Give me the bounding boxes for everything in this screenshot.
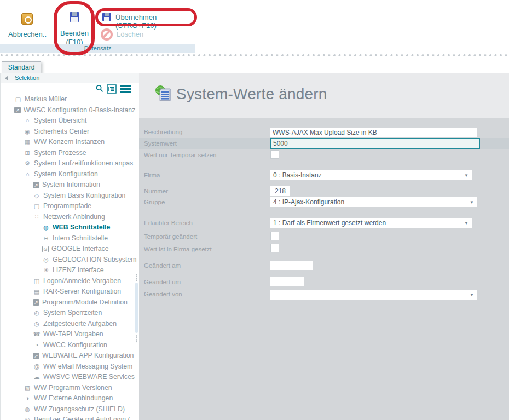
delete-icon [101, 28, 113, 41]
server-icon: ▤ [33, 288, 41, 295]
tree-item[interactable]: ☁ WWSVC WEBWARE Services [1, 372, 139, 383]
systemwert-label: Systemwert [144, 140, 177, 147]
tree-item[interactable]: ◔ WWCC Konfiguration [1, 340, 139, 351]
scheduled-tasks-icon: ◷ [33, 320, 41, 327]
shield-icon: ◇ [33, 192, 41, 199]
tree-item[interactable]: G GOOGLE Interface [1, 244, 139, 255]
clock-icon: ◴ [33, 309, 41, 317]
beenden-button-label[interactable]: Beenden [55, 29, 94, 37]
system-info-icon: ↗ [33, 182, 39, 188]
erlaubter-bereich-label: Erlaubter Bereich [144, 220, 193, 226]
collapse-panel-icon[interactable] [5, 76, 8, 81]
modules-icon: ↗ [33, 299, 39, 306]
geaendert-um-input[interactable] [270, 277, 304, 286]
tree-item[interactable]: ◍ WEB Schnittstelle [1, 222, 139, 233]
splitter-grip-icon [136, 335, 137, 343]
firma-dropdown[interactable]: 0 : Basis-Instanz ▼ [270, 170, 472, 180]
selektion-header[interactable]: Selektion [1, 73, 139, 83]
search-icon[interactable] [95, 84, 104, 93]
geaendert-am-label: Geändert am [144, 262, 181, 269]
geaendert-von-dropdown[interactable]: ▼ [270, 290, 477, 300]
wert-temporaer-checkbox[interactable] [270, 150, 279, 159]
tab-standard[interactable]: Standard [2, 61, 41, 73]
tree-item[interactable]: ▢ Markus Müller [1, 94, 139, 105]
firma-label: Firma [144, 172, 160, 179]
cloud-icon: ☁ [33, 373, 41, 381]
security-center-icon: ◉ [24, 128, 31, 135]
folder-icon: ▢ [33, 203, 41, 210]
tree-item[interactable]: ◎ GEOLOCATION Subsystem [1, 255, 139, 266]
geaendert-von-label: Geändert von [144, 291, 182, 297]
tree-item[interactable]: ◉ Sicherheits Center [1, 126, 139, 137]
tree-item[interactable]: ⚙ System Laufzeitfunktionen anpas [1, 158, 139, 169]
internal-interface-icon: ⊟ [42, 235, 50, 242]
search-icon: ○ [24, 117, 31, 124]
geaendert-am-input[interactable] [270, 261, 313, 270]
tree-item[interactable]: ↗ System Information [1, 180, 139, 191]
system-values-icon [155, 85, 173, 102]
wwcc-icon: ◔ [33, 342, 41, 349]
beschreibung-input[interactable] [270, 128, 477, 137]
gruppe-dropdown[interactable]: 4 : IP-Ajax-Konfiguration ▼ [270, 197, 477, 207]
tree-item[interactable]: ▤ RAR-Server Konfiguration [1, 286, 139, 297]
tree-item[interactable]: ↗ WWSC Konfiguration 0-Basis-Instanz [1, 105, 139, 116]
temporaer-geaendert-label: Temporär geändert [144, 233, 197, 240]
gruppe-dropdown-value: 4 : IP-Ajax-Konfiguration [273, 198, 344, 206]
tree-item[interactable]: @ WW eMail Messaging System [1, 361, 139, 372]
temporaer-geaendert-checkbox[interactable] [270, 232, 279, 240]
abbrechen-button-label[interactable]: Abbrechen.. [4, 30, 50, 38]
panel-splitter[interactable] [135, 73, 138, 420]
splitter-track [135, 283, 138, 333]
tree-item[interactable]: ◑ WW Externe Anbindungen [1, 393, 139, 404]
page-title: System-Werte ändern [176, 85, 327, 103]
selektion-header-label: Selektion [15, 74, 39, 81]
menu-icon[interactable] [120, 85, 131, 93]
save-icon [70, 12, 79, 22]
sidebar-toolbar [1, 83, 139, 94]
wert-temporaer-label: Wert nur Temporär setzen [144, 152, 217, 158]
tree-item[interactable]: ◇ System Basis Konfiguration [1, 191, 139, 202]
tree: ▢ Markus Müller ↗ WWSC Konfiguration 0-B… [1, 94, 139, 420]
tree-item[interactable]: ✳ LIZENZ Interface [1, 265, 139, 276]
toolbar: Abbrechen.. Beenden (F10) Übernehmen (ST… [0, 0, 195, 53]
network-icon: ∷ [33, 214, 41, 221]
toolbar-group-label: Datensatz [0, 44, 195, 53]
geaendert-um-label: Geändert um [144, 279, 181, 285]
konzern-instances-icon: ▦ [24, 139, 31, 146]
cancel-icon [21, 13, 33, 25]
folder-icon: ▢ [14, 96, 22, 103]
tree-item[interactable]: ⌂ System Konfiguration [1, 169, 139, 180]
tree-item[interactable]: ↗ WEBWARE APP Konfiguration [1, 350, 139, 361]
wert-in-firma-checkbox[interactable] [270, 244, 279, 252]
tree-item[interactable]: ☎ WW-TAPI Vorgaben [1, 329, 139, 340]
dotted-separator [0, 54, 509, 57]
external-connections-icon: ◑ [24, 395, 31, 402]
tree-item[interactable]: ▦ WW Konzern Instanzen [1, 137, 139, 148]
nummer-input[interactable] [270, 186, 290, 196]
systemwert-input[interactable] [270, 138, 480, 149]
globe-icon: ◍ [42, 224, 50, 231]
nummer-label: Nummer [144, 188, 168, 194]
tree-item[interactable]: ◎ Benutzer Geräte mit AutoLogin ( [1, 415, 139, 420]
tree-item[interactable]: ⊞ System Prozesse [1, 148, 139, 159]
processes-icon: ⊞ [24, 149, 31, 157]
tree-item[interactable]: ↗ Programm/Module Definition [1, 297, 139, 308]
phone-icon: ☎ [33, 331, 41, 338]
save-icon [102, 13, 111, 21]
tree-item[interactable]: ⊟ Intern Schnittstelle [1, 233, 139, 244]
geolocation-icon: ◎ [42, 256, 50, 263]
program-versions-icon: ▧ [24, 384, 31, 392]
tree-item[interactable]: ◴ System Sperrzeiten [1, 308, 139, 319]
tree-item[interactable]: ◫ Logon/Anmelde Vorgaben [1, 276, 139, 287]
wert-in-firma-label: Wert ist in Firma gesetzt [144, 246, 212, 252]
tree-item[interactable]: ∷ Netzwerk Anbindung [1, 212, 139, 223]
tree-item[interactable]: ◷ Zeitgesteuerte Aufgaben [1, 319, 139, 330]
erlaubter-bereich-dropdown[interactable]: 1 : Darf als Firmenwert gesetzt werden ▼ [270, 218, 472, 228]
instance-icon: ↗ [14, 107, 21, 113]
tree-item[interactable]: ▢ Programmpfade [1, 201, 139, 212]
tree-item[interactable]: ○ System Übersicht [1, 116, 139, 126]
tree-item[interactable]: ◍ WW Zugangsschutz (SHIELD) [1, 404, 139, 415]
tree-view-icon[interactable] [107, 84, 117, 94]
tree-item[interactable]: ▧ WW-Programm Versionen [1, 383, 139, 394]
home-config-icon: ⌂ [24, 171, 31, 178]
